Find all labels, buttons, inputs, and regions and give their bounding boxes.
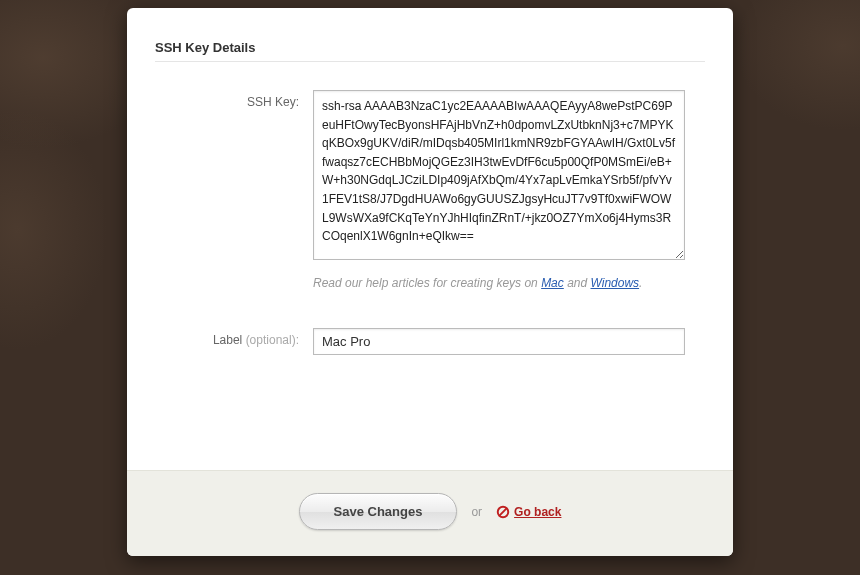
prohibit-icon: [496, 505, 510, 519]
help-link-mac[interactable]: Mac: [541, 276, 564, 290]
help-link-windows[interactable]: Windows: [591, 276, 640, 290]
ssh-key-label: SSH Key:: [155, 90, 313, 109]
help-text: Read our help articles for creating keys…: [313, 276, 705, 290]
help-suffix: .: [639, 276, 642, 290]
panel-footer: Save Changes or Go back: [127, 470, 733, 556]
save-button[interactable]: Save Changes: [299, 493, 458, 530]
or-text: or: [471, 505, 482, 519]
svg-line-1: [500, 508, 507, 515]
ssh-key-textarea[interactable]: [313, 90, 685, 260]
label-label: Label (optional):: [155, 328, 313, 347]
ssh-key-field-wrap: [313, 90, 705, 264]
label-input[interactable]: [313, 328, 685, 355]
ssh-key-row: SSH Key:: [155, 90, 705, 264]
label-field-wrap: [313, 328, 705, 355]
label-row: Label (optional):: [155, 328, 705, 355]
label-prefix: Label: [213, 333, 246, 347]
go-back-text: Go back: [514, 505, 561, 519]
label-optional: (optional):: [246, 333, 299, 347]
help-prefix: Read our help articles for creating keys…: [313, 276, 541, 290]
help-between: and: [564, 276, 591, 290]
section-title: SSH Key Details: [155, 40, 705, 62]
go-back-link[interactable]: Go back: [496, 505, 561, 519]
panel-content: SSH Key Details SSH Key: Read our help a…: [127, 8, 733, 470]
ssh-key-panel: SSH Key Details SSH Key: Read our help a…: [127, 8, 733, 556]
